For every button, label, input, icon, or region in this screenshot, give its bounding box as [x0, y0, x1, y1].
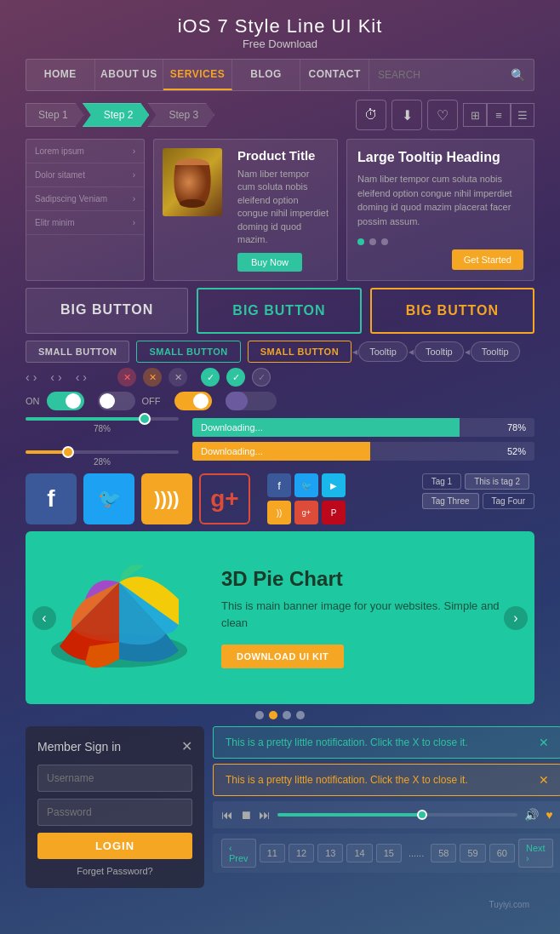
download-button[interactable]: DOWNLOAD UI KIT: [221, 645, 344, 668]
banner-prev-arrow[interactable]: ‹: [32, 606, 56, 630]
banner-dot-4[interactable]: [296, 711, 305, 719]
download-icon-btn[interactable]: ⬇: [391, 100, 422, 130]
notification-2-close[interactable]: ✕: [539, 773, 549, 787]
tooltip-pill-2: Tooltip: [414, 341, 464, 362]
sg-pinterest-icon[interactable]: P: [322, 501, 346, 524]
media-forward-button[interactable]: ⏭: [259, 808, 271, 822]
twitter-icon[interactable]: 🐦: [83, 473, 134, 524]
arrow-pair-1[interactable]: ‹›: [26, 370, 37, 384]
check-icon-2[interactable]: ✓: [226, 368, 245, 387]
bottom-row: Member Sign in ✕ LOGIN Forget Password? …: [26, 726, 534, 888]
x-icon-3[interactable]: ✕: [169, 368, 187, 387]
favorite-icon[interactable]: ♥: [546, 808, 552, 822]
tag-3[interactable]: Tag Three: [422, 493, 479, 509]
tooltip-text: Nam liber tempor cum soluta nobis eleife…: [357, 172, 523, 228]
get-started-button[interactable]: Get Started: [452, 249, 523, 270]
banner-dot-2[interactable]: [269, 711, 277, 719]
username-input[interactable]: [37, 765, 192, 792]
sg-vimeo-icon[interactable]: ▶: [322, 473, 346, 497]
media-rewind-button[interactable]: ⏮: [221, 808, 233, 822]
nav-contact[interactable]: CONTACT: [300, 60, 369, 90]
step-3[interactable]: Step 3: [147, 103, 214, 127]
toggle-off-switch[interactable]: [98, 392, 135, 410]
list-item-3[interactable]: Elitr minim ›: [26, 211, 144, 235]
page-14[interactable]: 14: [346, 844, 372, 862]
facebook-icon[interactable]: f: [26, 473, 77, 524]
forget-password-link[interactable]: Forget Password?: [37, 866, 192, 876]
3d-pie-chart: [43, 548, 196, 685]
googleplus-icon[interactable]: g+: [199, 473, 250, 524]
big-button-orange[interactable]: BIG BUTTON: [370, 288, 534, 334]
sg-facebook-icon[interactable]: f: [267, 473, 291, 497]
toggle-on-switch[interactable]: [47, 392, 84, 410]
page-15[interactable]: 15: [376, 844, 402, 862]
list-item-1[interactable]: Dolor sitamet ›: [26, 163, 144, 187]
sg-googleplus-icon[interactable]: g+: [294, 501, 318, 524]
product-card: Product Title Nam liber tempor cum solut…: [153, 139, 338, 281]
search-input[interactable]: [378, 69, 506, 81]
dot-2: [369, 238, 376, 245]
password-input[interactable]: [37, 799, 192, 826]
grid-view-icon[interactable]: ⊞: [463, 103, 487, 127]
progress-bar-2-label: Downloading...: [201, 446, 263, 456]
sg-rss-icon[interactable]: )): [267, 501, 291, 524]
banner-dot-3[interactable]: [283, 711, 291, 719]
prev-button[interactable]: ‹ Prev: [221, 839, 256, 868]
media-stop-button[interactable]: ⏹: [240, 808, 252, 822]
arrow-pair-3[interactable]: ‹›: [76, 370, 87, 384]
page-59[interactable]: 59: [460, 844, 485, 862]
small-button-teal[interactable]: SMALL BUTTON: [136, 341, 240, 363]
sliders-section: 78% 28%: [26, 417, 179, 467]
toggle-on-thumb: [66, 393, 81, 409]
tag-2[interactable]: This is tag 2: [465, 473, 529, 490]
toggle-dark-switch[interactable]: [226, 392, 277, 410]
slider-orange-thumb[interactable]: [62, 446, 74, 458]
tag-1[interactable]: Tag 1: [422, 473, 461, 490]
big-button-dark[interactable]: BIG BUTTON: [26, 288, 188, 334]
menu-view-icon[interactable]: ☰: [511, 103, 534, 127]
toggle-orange-switch[interactable]: [174, 392, 212, 410]
small-button-orange[interactable]: SMALL BUTTON: [248, 341, 351, 363]
page-12[interactable]: 12: [289, 844, 314, 862]
rss-icon[interactable]: )))): [141, 473, 192, 524]
small-button-dark[interactable]: SMALL BUTTON: [26, 341, 129, 363]
check-icon-3[interactable]: ✓: [252, 368, 271, 387]
media-track[interactable]: [277, 813, 517, 817]
list-item-0[interactable]: Lorem ipsum ›: [26, 140, 144, 163]
sign-in-close-button[interactable]: ✕: [181, 738, 192, 754]
check-icon-1[interactable]: ✓: [201, 368, 220, 387]
sg-twitter-icon[interactable]: 🐦: [294, 473, 318, 497]
big-button-teal[interactable]: BIG BUTTON: [197, 288, 361, 334]
volume-icon[interactable]: 🔊: [524, 808, 539, 822]
progress-bar-2-track: Downloading... 52%: [192, 442, 534, 461]
nav-about[interactable]: ABOUT US: [95, 60, 164, 90]
list-item-2[interactable]: Sadipscing Veniam ›: [26, 187, 144, 211]
nav-blog[interactable]: BLOG: [232, 60, 301, 90]
page-header: iOS 7 Style Line UI Kit Free Download: [0, 0, 560, 59]
banner-dot-1[interactable]: [255, 711, 264, 719]
stepper-row: Step 1 Step 2 Step 3 ⏱ ⬇ ♡ ⊞ ≡ ☰: [26, 100, 534, 130]
banner-next-arrow[interactable]: ›: [504, 606, 528, 630]
arrow-pair-2[interactable]: ‹›: [50, 370, 61, 384]
nav-home[interactable]: HOME: [26, 60, 95, 90]
buy-now-button[interactable]: Buy Now: [237, 253, 302, 272]
step-1[interactable]: Step 1: [26, 103, 84, 127]
clock-icon-btn[interactable]: ⏱: [356, 100, 386, 130]
heart-icon-btn[interactable]: ♡: [427, 100, 458, 130]
slider-teal-thumb[interactable]: [139, 413, 151, 425]
page-60[interactable]: 60: [489, 844, 515, 862]
notification-2-text: This is a pretty little notification. Cl…: [226, 774, 468, 786]
login-button[interactable]: LOGIN: [37, 833, 192, 859]
x-icon-1[interactable]: ✕: [117, 368, 136, 387]
next-button[interactable]: Next ›: [518, 839, 553, 868]
tag-row-1: Tag 1 This is tag 2: [422, 473, 534, 490]
notification-1-close[interactable]: ✕: [539, 736, 549, 749]
tag-4[interactable]: Tag Four: [483, 493, 534, 509]
list-view-icon[interactable]: ≡: [487, 103, 511, 127]
page-11[interactable]: 11: [260, 844, 285, 862]
step-2[interactable]: Step 2: [83, 103, 150, 127]
x-icon-2[interactable]: ✕: [143, 368, 162, 387]
page-13[interactable]: 13: [317, 844, 343, 862]
nav-services[interactable]: SERVICES: [163, 60, 232, 90]
page-58[interactable]: 58: [431, 844, 456, 862]
